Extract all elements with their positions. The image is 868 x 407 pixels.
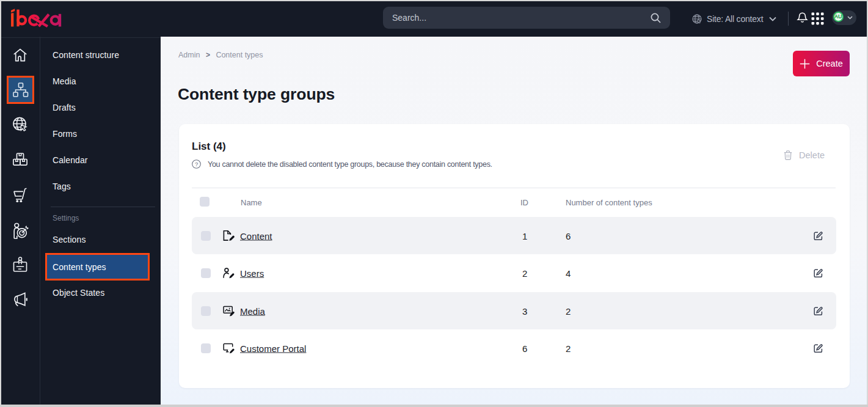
svg-text:?: ? xyxy=(195,161,198,167)
